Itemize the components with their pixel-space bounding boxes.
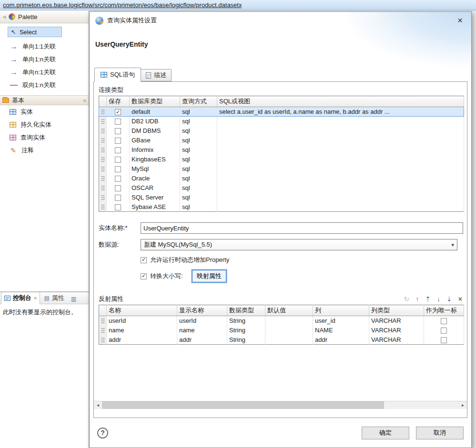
connection-table-row[interactable]: Informix sql — [99, 145, 464, 155]
pin-icon[interactable]: « — [83, 97, 86, 104]
data-type-cell[interactable]: String — [227, 316, 265, 326]
dialog-titlebar[interactable]: 查询实体属性设置 × — [90, 12, 471, 29]
sort-ascending-icon[interactable]: ⇡ — [425, 296, 431, 302]
query-mode-cell[interactable]: sql — [180, 174, 217, 183]
row-handle[interactable] — [99, 136, 107, 145]
connection-table-row[interactable]: default sql select a.user_id as userId, … — [99, 107, 464, 117]
save-cell[interactable] — [107, 145, 130, 155]
db-type-cell[interactable]: OSCAR — [130, 183, 180, 193]
db-type-cell[interactable]: Informix — [130, 145, 180, 155]
sql-cell[interactable] — [217, 145, 464, 155]
column-cell[interactable]: user_id — [313, 316, 369, 326]
query-mode-cell[interactable]: sql — [180, 183, 217, 193]
db-type-cell[interactable]: Sybase ASE — [130, 202, 180, 212]
save-checkbox[interactable] — [115, 195, 121, 201]
unique-cell[interactable] — [424, 335, 464, 345]
row-handle[interactable] — [99, 335, 107, 345]
col-header-unique[interactable]: 作为唯一标 — [424, 305, 464, 316]
row-handle[interactable] — [99, 164, 107, 174]
save-checkbox[interactable] — [115, 176, 121, 182]
save-checkbox[interactable] — [115, 147, 121, 153]
scrollbar-track[interactable] — [102, 401, 459, 409]
sql-cell[interactable] — [217, 136, 464, 145]
save-cell[interactable] — [107, 126, 130, 136]
save-checkbox[interactable] — [115, 157, 121, 163]
convert-case-checkbox[interactable] — [141, 273, 147, 279]
tab-sql[interactable]: SQL语句 — [94, 68, 141, 82]
column-type-cell[interactable]: VARCHAR — [369, 316, 424, 326]
ok-button[interactable]: 确定 — [362, 427, 409, 439]
row-handle[interactable] — [99, 155, 107, 164]
connection-table-row[interactable]: DB2 UDB sql — [99, 117, 464, 126]
name-cell[interactable]: userId — [107, 316, 177, 326]
connection-table-row[interactable]: Oracle sql — [99, 174, 464, 183]
column-type-cell[interactable]: VARCHAR — [369, 326, 424, 335]
column-type-cell[interactable]: VARCHAR — [369, 335, 424, 345]
palette-item-relation-bidirectional[interactable]: — 双向1:n关联 — [0, 79, 89, 91]
save-checkbox[interactable] — [115, 166, 121, 172]
query-mode-cell[interactable]: sql — [180, 107, 217, 117]
query-mode-cell[interactable]: sql — [180, 202, 217, 212]
editor-path[interactable]: com.primeton.eos.base.logicflow/src/com/… — [3, 1, 242, 9]
query-mode-cell[interactable]: sql — [180, 145, 217, 155]
default-value-cell[interactable] — [265, 316, 313, 326]
convert-case-label[interactable]: 转换大小写: — [150, 272, 183, 280]
entity-name-input[interactable] — [141, 222, 463, 234]
unique-checkbox[interactable] — [441, 328, 447, 334]
save-checkbox[interactable] — [115, 119, 121, 125]
connection-table-row[interactable]: SQL Server sql — [99, 193, 464, 202]
save-checkbox[interactable] — [115, 109, 121, 115]
move-down-icon[interactable]: ↓ — [437, 296, 440, 302]
col-header-name[interactable]: 名称 — [107, 305, 177, 316]
save-checkbox[interactable] — [115, 185, 121, 191]
query-mode-cell[interactable]: sql — [180, 126, 217, 136]
save-cell[interactable] — [107, 174, 130, 183]
col-header-save[interactable]: 保存 — [107, 96, 130, 107]
save-checkbox[interactable] — [115, 128, 121, 134]
palette-group-basic[interactable]: 基本 « — [0, 95, 89, 105]
row-handle[interactable] — [99, 183, 107, 193]
palette-item-relation-1ton[interactable]: → 单向1:n关联 — [0, 53, 89, 66]
save-cell[interactable] — [107, 164, 130, 174]
palette-item-select[interactable]: ↖ Select — [8, 27, 62, 37]
scroll-right-icon[interactable]: ► — [459, 401, 467, 409]
query-mode-cell[interactable]: sql — [180, 164, 217, 174]
palette-header[interactable]: ◃ Palette — [0, 10, 89, 23]
palette-item-query-entity[interactable]: 查询实体 — [0, 131, 89, 144]
unique-checkbox[interactable] — [441, 318, 447, 324]
unique-checkbox[interactable] — [441, 337, 447, 343]
col-header-sql[interactable]: SQL或视图 — [217, 96, 464, 107]
prop-table-row[interactable]: addr addr String addr VARCHAR — [99, 335, 464, 345]
unique-cell[interactable] — [424, 316, 464, 326]
row-handle[interactable] — [99, 117, 107, 126]
connection-table-row[interactable]: DM DBMS sql — [99, 126, 464, 136]
row-handle[interactable] — [99, 193, 107, 202]
prop-table-row[interactable]: name name String NAME VARCHAR — [99, 326, 464, 335]
db-type-cell[interactable]: DB2 UDB — [130, 117, 180, 126]
delete-icon[interactable]: × — [458, 296, 462, 302]
sql-cell[interactable] — [217, 202, 464, 212]
palette-item-persistent-entity[interactable]: 持久化实体 — [0, 118, 89, 131]
help-button[interactable]: ? — [97, 428, 108, 438]
default-value-cell[interactable] — [265, 326, 313, 335]
col-header-data-type[interactable]: 数据类型 — [227, 305, 265, 316]
allow-dynamic-property-label[interactable]: 允许运行时动态增加Property — [150, 256, 229, 264]
display-name-cell[interactable]: userId — [177, 316, 227, 326]
row-handle[interactable] — [99, 126, 107, 136]
map-properties-button[interactable]: 映射属性 — [192, 270, 226, 282]
sql-cell[interactable] — [217, 193, 464, 202]
tab-clipped[interactable]: ▥ — [68, 294, 79, 304]
palette-item-comment[interactable]: ✎ 注释 — [0, 144, 89, 157]
col-header-default-value[interactable]: 默认值 — [265, 305, 313, 316]
editor-path-bar[interactable]: com.primeton.eos.base.logicflow/src/com/… — [0, 0, 476, 10]
col-header-query-mode[interactable]: 查询方式 — [180, 96, 217, 107]
unique-cell[interactable] — [424, 326, 464, 335]
db-type-cell[interactable]: Oracle — [130, 174, 180, 183]
sql-cell[interactable] — [217, 174, 464, 183]
column-cell[interactable]: NAME — [313, 326, 369, 335]
scroll-left-icon[interactable]: ◄ — [94, 401, 102, 409]
query-mode-cell[interactable]: sql — [180, 117, 217, 126]
save-cell[interactable] — [107, 155, 130, 164]
connection-table-row[interactable]: GBase sql — [99, 136, 464, 145]
db-type-cell[interactable]: DM DBMS — [130, 126, 180, 136]
